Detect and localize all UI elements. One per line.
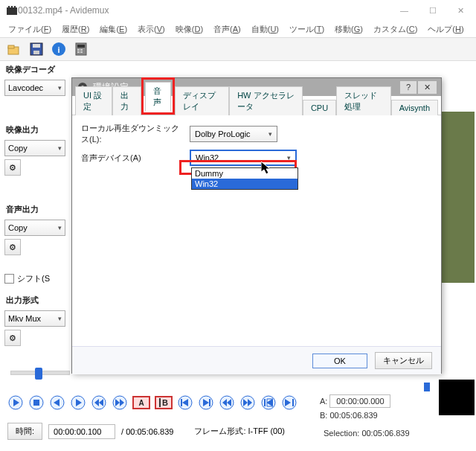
dialog-tabbar: UI 設定 出力 音声 ディスプレイ HW アクセラレータ CPU スレッド処理… — [72, 96, 441, 115]
menu-recent[interactable]: 履歴(R) — [58, 22, 93, 37]
marker-b-value: 00:05:06.839 — [329, 411, 377, 420]
menu-auto[interactable]: 自動(U) — [248, 22, 283, 37]
svg-rect-12 — [77, 45, 85, 48]
next-keyframe-button[interactable] — [112, 394, 128, 411]
marker-b-info: B: 00:05:06.839 — [320, 411, 378, 420]
svg-marker-52 — [261, 161, 270, 174]
menu-audio[interactable]: 音声(A) — [210, 22, 245, 37]
cursor-icon — [261, 161, 271, 175]
set-marker-a-button[interactable]: A — [132, 396, 150, 409]
menu-help[interactable]: ヘルプ(H) — [424, 22, 467, 37]
tab-ui-settings[interactable]: UI 設定 — [75, 86, 112, 115]
prev-keyframe-button[interactable] — [91, 394, 107, 411]
menu-tools[interactable]: ツール(T) — [286, 22, 328, 37]
save-icon[interactable] — [28, 41, 45, 57]
svg-rect-20 — [33, 400, 39, 406]
svg-rect-15 — [77, 51, 80, 53]
svg-rect-5 — [8, 45, 14, 48]
timeline-slider[interactable] — [10, 371, 70, 375]
close-button[interactable]: ✕ — [451, 3, 470, 19]
audio-device-label: 音声デバイス(A) — [81, 153, 185, 164]
timeline-marker[interactable] — [424, 383, 430, 393]
menu-video[interactable]: 映像(D) — [172, 22, 207, 37]
menubar: ファイル(F) 履歴(R) 編集(E) 表示(V) 映像(D) 音声(A) 自動… — [0, 21, 476, 37]
titlebar: 00132.mp4 - Avidemux — ☐ ✕ — [0, 0, 476, 21]
frame-type-text: フレーム形式: I-TFF (00) — [194, 426, 285, 437]
calculator-icon[interactable] — [73, 41, 89, 57]
menu-view[interactable]: 表示(V) — [134, 22, 169, 37]
audio-device-dropdown: Dummy Win32 — [191, 167, 298, 190]
time-button[interactable]: 時間: — [7, 423, 42, 440]
goto-start-button[interactable] — [260, 394, 277, 411]
menu-go[interactable]: 移動(G) — [331, 22, 367, 37]
goto-end-button[interactable] — [281, 394, 298, 411]
audio-output-combo[interactable]: Copy — [4, 220, 65, 236]
play-button[interactable] — [7, 394, 24, 411]
window-title: 00132.mp4 - Avidemux — [18, 5, 394, 16]
svg-rect-33 — [181, 399, 182, 406]
maximize-button[interactable]: ☐ — [423, 3, 443, 19]
goto-marker-a-button[interactable] — [177, 394, 193, 411]
audio-config-button[interactable]: ⚙ — [4, 239, 21, 255]
slider-thumb[interactable] — [35, 368, 42, 380]
svg-rect-13 — [77, 49, 80, 51]
preferences-dialog: 環境設定 ? ✕ UI 設定 出力 音声 ディスプレイ HW アクセラレータ C… — [71, 77, 442, 374]
ok-button[interactable]: OK — [312, 354, 367, 368]
prev-black-button[interactable] — [219, 394, 235, 411]
svg-rect-8 — [33, 51, 39, 54]
current-time-field[interactable]: 00:00:00.100 — [48, 424, 115, 439]
video-decoder-combo[interactable]: Lavcodec — [4, 80, 65, 96]
downmix-select[interactable]: Dolby ProLogic — [190, 126, 277, 142]
svg-rect-44 — [264, 399, 266, 406]
duration-text: / 00:05:06.839 — [121, 427, 173, 436]
svg-rect-48 — [292, 399, 294, 406]
menu-file[interactable]: ファイル(F) — [4, 22, 55, 37]
tab-output[interactable]: 出力 — [112, 86, 141, 115]
dialog-close-button[interactable]: ✕ — [418, 81, 437, 94]
svg-rect-14 — [80, 49, 83, 51]
video-decoder-label: 映像デコーダ — [4, 64, 70, 75]
next-frame-button[interactable] — [70, 394, 86, 411]
svg-rect-3 — [14, 6, 16, 7]
output-format-label: 出力形式 — [4, 295, 70, 306]
tab-cpu[interactable]: CPU — [303, 100, 336, 115]
playback-controls: A B — [7, 394, 298, 411]
tab-avisynth[interactable]: Avisynth — [391, 100, 438, 115]
audio-device-select[interactable]: Win32 Dummy Win32 — [190, 150, 297, 166]
app-icon — [6, 4, 18, 16]
shift-checkbox[interactable] — [4, 274, 14, 284]
video-output-label: 映像出力 — [4, 124, 70, 135]
output-format-combo[interactable]: Mkv Mux — [4, 310, 65, 327]
svg-rect-36 — [209, 399, 210, 406]
device-option-win32[interactable]: Win32 — [192, 179, 298, 189]
svg-rect-2 — [11, 6, 13, 7]
set-marker-b-button[interactable]: B — [155, 396, 173, 409]
tab-threading[interactable]: スレッド処理 — [336, 86, 391, 115]
stop-button[interactable] — [28, 394, 45, 411]
cancel-button[interactable]: キャンセル — [375, 352, 432, 369]
svg-rect-0 — [7, 7, 17, 15]
dialog-help-button[interactable]: ? — [400, 81, 416, 94]
format-config-button[interactable]: ⚙ — [4, 330, 21, 346]
video-config-button[interactable]: ⚙ — [4, 159, 21, 176]
toolbar: i — [0, 37, 476, 61]
menu-edit[interactable]: 編集(E) — [96, 22, 131, 37]
device-option-dummy[interactable]: Dummy — [192, 168, 298, 179]
next-black-button[interactable] — [239, 394, 256, 411]
info-icon[interactable]: i — [51, 41, 67, 57]
svg-rect-1 — [8, 6, 10, 7]
svg-text:i: i — [57, 45, 60, 54]
tab-display[interactable]: ディスプレイ — [175, 86, 230, 115]
prev-frame-button[interactable] — [49, 394, 65, 411]
video-output-combo[interactable]: Copy — [4, 140, 65, 156]
shift-label: シフト(S — [17, 273, 50, 284]
tab-audio-highlight: 音声 — [141, 77, 174, 115]
minimize-button[interactable]: — — [394, 3, 414, 19]
open-icon[interactable] — [6, 41, 22, 57]
tab-hw-accel[interactable]: HW アクセラレータ — [229, 86, 303, 115]
downmix-label: ローカル再生ダウンミックス(L): — [81, 123, 185, 145]
tab-audio[interactable]: 音声 — [145, 82, 170, 112]
marker-a-value: 00:00:00.000 — [329, 394, 390, 408]
goto-marker-b-button[interactable] — [198, 394, 214, 411]
menu-custom[interactable]: カスタム(C) — [370, 22, 421, 37]
